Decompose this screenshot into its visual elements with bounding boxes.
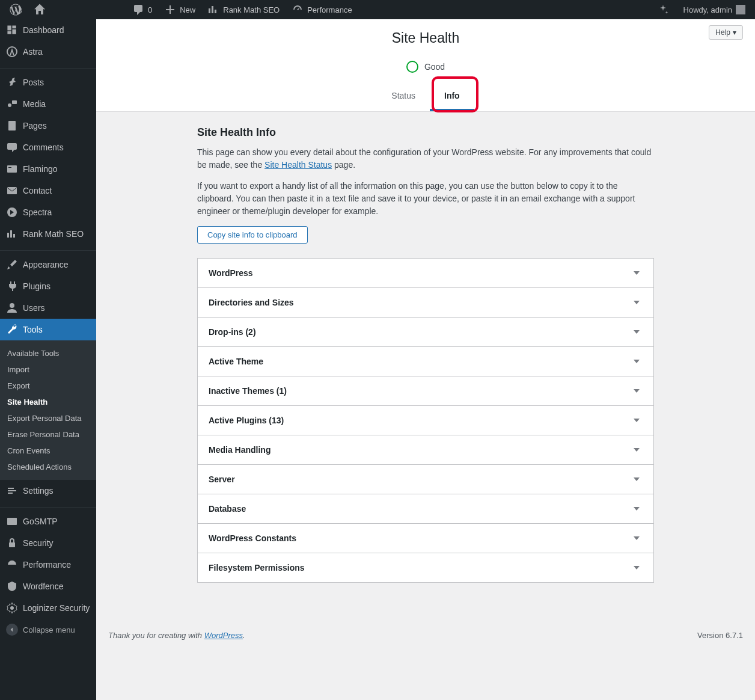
- avatar: [736, 5, 745, 14]
- wp-logo[interactable]: [5, 0, 26, 19]
- comments-link[interactable]: 0: [127, 0, 157, 19]
- ai-link[interactable]: [652, 0, 674, 19]
- home-link[interactable]: [29, 0, 50, 19]
- rankmath-link[interactable]: Rank Math SEO: [203, 0, 284, 19]
- gauge-icon: [292, 4, 304, 16]
- performance-link[interactable]: Performance: [287, 0, 356, 19]
- wordpress-icon: [10, 4, 22, 16]
- new-link[interactable]: New: [159, 0, 200, 19]
- home-icon: [34, 4, 46, 16]
- my-account[interactable]: Howdy, admin: [679, 0, 750, 19]
- chart-bar-icon: [207, 4, 219, 16]
- comment-icon: [132, 4, 144, 16]
- comments-count: 0: [148, 5, 152, 14]
- sparkle-icon: [657, 4, 669, 16]
- plus-icon: [164, 4, 176, 16]
- admin-bar: 0 New Rank Math SEO Performance Howdy, a…: [0, 0, 755, 19]
